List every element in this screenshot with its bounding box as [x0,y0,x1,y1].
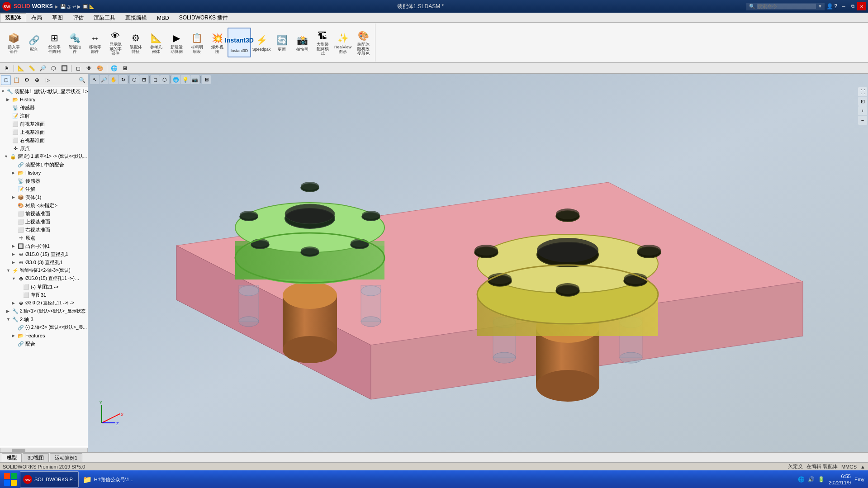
property-tab[interactable]: 📋 [11,75,21,85]
taskbar-clock[interactable]: 6:55 2022/11/9 [827,473,853,486]
tab-sketch[interactable]: 草图 [47,13,68,22]
tab-evaluate[interactable]: 评估 [68,13,89,22]
vp-wireframe-btn[interactable]: ⬡ [160,75,169,84]
mate-button[interactable]: 🔗 配合 [24,28,44,57]
vp-rotate-btn[interactable]: ↻ [119,75,128,84]
tree-material[interactable]: 🎨 材质 <未指定> [0,201,88,209]
tree-history-2[interactable]: ▶ 📂 History [0,169,88,177]
instant3d-button[interactable]: Instant3D Instant3D [228,28,251,57]
close-button[interactable]: ✕ [857,2,866,10]
vp-shading-btn[interactable]: ◻ [151,75,160,84]
tab-direct-edit[interactable]: 直接编辑 [120,13,152,22]
vp-monitor-btn[interactable]: 🖥 [202,75,211,84]
tree-hole2[interactable]: ▶ ⊚ Ø3.0 (3) 直径孔1 [0,258,88,266]
search-dropdown-icon[interactable]: ▼ [818,4,822,9]
expand-icon[interactable]: ▲ [860,464,865,469]
tree-history[interactable]: ▶ 📂 History [0,95,88,104]
section-view-tool[interactable]: ⬡ [48,64,58,73]
tree-fixed-base[interactable]: ▼ 🔒 (固定) 1.底座<1> -> (默认<<默认... [0,152,88,161]
vp-orient-btn[interactable]: ⊞ [139,75,148,84]
scene-bg-tool[interactable]: 🌐 [109,64,119,73]
tree-front-plane[interactable]: ⬜ 前视基准面 [0,120,88,128]
show-hidden-button[interactable]: 👁 显示隐藏的零部件 [105,28,125,57]
appearance-tool[interactable]: 🎨 [95,64,105,73]
vp-scene-btn[interactable]: 🌐 [171,75,180,84]
tree-hole1[interactable]: ▶ ⊚ Ø15.0 (15) 直径孔1 [0,250,88,258]
view-orient-tool[interactable]: 🔲 [59,64,69,73]
tree-right-plane[interactable]: ⬜ 右视基准面 [0,136,88,144]
hide-show-tool[interactable]: 👁 [84,64,94,73]
config-tab[interactable]: ⚙ [22,75,32,85]
vp-zoom-btn[interactable]: 🔎 [100,75,109,84]
display-pane-button[interactable]: 🎨 装配体随机改变颜色 [353,28,373,57]
smart-fastener-button[interactable]: 🔩 智能扣件 [65,28,85,57]
panel-resize-handle[interactable] [86,74,88,452]
restore-button[interactable]: ⧉ [848,2,857,10]
taskbar-solidworks[interactable]: SW SOLIDWORKS P... [20,471,79,488]
tree-sensors-2[interactable]: 📡 传感器 [0,177,88,185]
feature-tree-tab[interactable]: ⬡ [1,75,11,85]
tree-boss-extrude[interactable]: ▶ 🔲 凸台-拉伸1 [0,242,88,250]
minimize-button[interactable]: ─ [839,2,848,10]
select-tool[interactable]: 🖱 [2,64,12,73]
vp-light-btn[interactable]: 💡 [181,75,190,84]
tree-smart-feature[interactable]: ▼ ⚡ 智能特征1<2-轴-3>(默认) [0,266,88,275]
linear-pattern-button[interactable]: ⊞ 线性零件阵列 [44,28,64,57]
tree-top-plane-2[interactable]: ⬜ 上视基准面 [0,218,88,226]
tree-root[interactable]: ▼ 🔧 装配体1 (默认<默认_显示状态-1>) [0,87,88,95]
maximize-vp-btn[interactable]: ⛶ [858,87,867,96]
taskbar-folder[interactable]: 📁 H:\微信公众号\1... [80,471,136,488]
tree-mate-group[interactable]: 🔗 装配体1 中的配合 [0,161,88,169]
tree-mates[interactable]: 🔗 配合 [0,340,88,348]
tray-network-icon[interactable]: 🌐 [797,475,805,483]
insert-part-button[interactable]: 📦 插入零 部件 [4,28,24,57]
tree-annotations[interactable]: 📝 注解 [0,112,88,120]
zoom-in-btn[interactable]: + [858,106,867,115]
view-setting-tool[interactable]: 🖥 [120,64,130,73]
tree-shaft3-sub[interactable]: 🔗 (-) 2.轴<3> (默认<<默认>_显... [0,323,88,332]
model-tab[interactable]: 模型 [2,453,22,462]
display-style-tool[interactable]: ◻ [73,64,83,73]
tab-mbd[interactable]: MBD [152,13,174,22]
tree-origin-2[interactable]: ✛ 原点 [0,234,88,242]
tab-render[interactable]: 渲染工具 [89,13,120,22]
tree-shaft1[interactable]: ▶ 🔧 2.轴<1> (默认<<默认>_显示状态 [0,307,88,315]
tree-annotations-2[interactable]: 📝 注解 [0,185,88,193]
custom-tab[interactable]: ▷ [43,75,52,85]
tab-layout[interactable]: 布局 [26,13,47,22]
large-assy-button[interactable]: 🏗 大型装配体模式 [313,28,332,57]
new-motion-button[interactable]: ▶ 新建运动算例 [166,28,186,57]
filter-icon[interactable]: 🔍 [77,75,87,85]
tree-shaft3[interactable]: ▼ 🔧 2.轴-3 [0,315,88,323]
horizontal-scrollbar[interactable] [0,447,88,452]
vp-select-btn[interactable]: ↖ [90,75,99,84]
tree-sensors[interactable]: 📡 传感器 [0,104,88,112]
search-input[interactable] [757,4,816,9]
vp-section-btn[interactable]: ⬡ [130,75,139,84]
smart-dim-tool[interactable]: 📐 [16,64,26,73]
tray-battery-icon[interactable]: 🔋 [817,475,825,483]
hscroll-thumb[interactable] [12,449,25,452]
sketch-tool[interactable]: 📏 [27,64,37,73]
tree-right-plane-2[interactable]: ⬜ 右视基准面 [0,226,88,234]
tree-origin[interactable]: ✛ 原点 [0,144,88,152]
tray-sound-icon[interactable]: 🔊 [807,475,815,483]
tree-top-plane[interactable]: ⬜ 上视基准面 [0,128,88,136]
snapshot-button[interactable]: 📸 拍快照 [292,28,312,57]
help-icon[interactable]: ? [834,3,837,9]
tree-hole11[interactable]: ▼ ⊚ Ø15.0 (15) 直径孔11 ->{-... [0,275,88,283]
vp-camera-btn[interactable]: 📷 [190,75,199,84]
tree-hole21[interactable]: ▶ ⊚ Ø3.0 (3) 直径孔11 ->{ -> [0,299,88,307]
tab-assembly[interactable]: 装配体 [0,13,26,22]
3d-viewport[interactable]: ↖ 🔎 ✋ ↻ ⬡ ⊞ ◻ ⬡ 🌐 💡 📷 🖥 ⛶ ⊡ + − [88,74,868,452]
tree-solid-bodies[interactable]: ▶ 📦 实体(1) [0,193,88,201]
appearance-tab[interactable]: ⊕ [32,75,42,85]
tree-features[interactable]: ▶ 📂 Features [0,332,88,340]
tree-front-plane-2[interactable]: ⬜ 前视基准面 [0,209,88,218]
speedpak-button[interactable]: ⚡ Speedpak [251,28,271,57]
vp-pan-btn[interactable]: ✋ [109,75,118,84]
3dview-tab[interactable]: 3D视图 [23,453,49,462]
start-button[interactable] [2,471,19,488]
motion-tab[interactable]: 运动算例1 [50,453,82,462]
reference-geom-button[interactable]: 📐 参考几何体 [146,28,166,57]
